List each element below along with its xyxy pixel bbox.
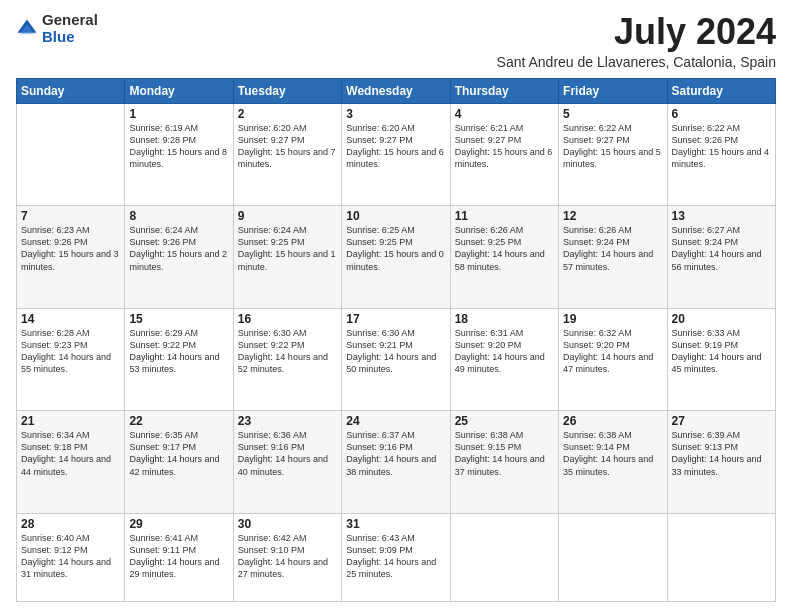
header: General Blue July 2024 Sant Andreu de Ll… [16,12,776,70]
day-info: Sunrise: 6:40 AMSunset: 9:12 PMDaylight:… [21,532,120,581]
day-number: 18 [455,312,554,326]
table-row: 26Sunrise: 6:38 AMSunset: 9:14 PMDayligh… [559,411,667,514]
day-number: 15 [129,312,228,326]
day-info: Sunrise: 6:22 AMSunset: 9:26 PMDaylight:… [672,122,771,171]
table-row: 4Sunrise: 6:21 AMSunset: 9:27 PMDaylight… [450,103,558,206]
table-row: 21Sunrise: 6:34 AMSunset: 9:18 PMDayligh… [17,411,125,514]
table-row: 8Sunrise: 6:24 AMSunset: 9:26 PMDaylight… [125,206,233,309]
day-info: Sunrise: 6:23 AMSunset: 9:26 PMDaylight:… [21,224,120,273]
day-info: Sunrise: 6:36 AMSunset: 9:16 PMDaylight:… [238,429,337,478]
day-number: 9 [238,209,337,223]
day-number: 6 [672,107,771,121]
day-number: 12 [563,209,662,223]
table-row: 16Sunrise: 6:30 AMSunset: 9:22 PMDayligh… [233,308,341,411]
table-row: 3Sunrise: 6:20 AMSunset: 9:27 PMDaylight… [342,103,450,206]
header-sunday: Sunday [17,78,125,103]
day-info: Sunrise: 6:22 AMSunset: 9:27 PMDaylight:… [563,122,662,171]
day-info: Sunrise: 6:33 AMSunset: 9:19 PMDaylight:… [672,327,771,376]
table-row: 2Sunrise: 6:20 AMSunset: 9:27 PMDaylight… [233,103,341,206]
day-info: Sunrise: 6:35 AMSunset: 9:17 PMDaylight:… [129,429,228,478]
table-row: 17Sunrise: 6:30 AMSunset: 9:21 PMDayligh… [342,308,450,411]
table-row: 11Sunrise: 6:26 AMSunset: 9:25 PMDayligh… [450,206,558,309]
day-number: 22 [129,414,228,428]
day-info: Sunrise: 6:43 AMSunset: 9:09 PMDaylight:… [346,532,445,581]
main-title: July 2024 [497,12,776,52]
day-info: Sunrise: 6:26 AMSunset: 9:24 PMDaylight:… [563,224,662,273]
day-number: 28 [21,517,120,531]
day-info: Sunrise: 6:34 AMSunset: 9:18 PMDaylight:… [21,429,120,478]
table-row: 25Sunrise: 6:38 AMSunset: 9:15 PMDayligh… [450,411,558,514]
day-info: Sunrise: 6:31 AMSunset: 9:20 PMDaylight:… [455,327,554,376]
header-wednesday: Wednesday [342,78,450,103]
logo-blue-text: Blue [42,28,75,45]
day-info: Sunrise: 6:38 AMSunset: 9:15 PMDaylight:… [455,429,554,478]
day-info: Sunrise: 6:21 AMSunset: 9:27 PMDaylight:… [455,122,554,171]
table-row [559,513,667,601]
logo: General Blue [16,12,98,45]
logo-general-text: General [42,11,98,28]
day-info: Sunrise: 6:30 AMSunset: 9:21 PMDaylight:… [346,327,445,376]
day-number: 16 [238,312,337,326]
day-number: 23 [238,414,337,428]
day-info: Sunrise: 6:41 AMSunset: 9:11 PMDaylight:… [129,532,228,581]
day-number: 7 [21,209,120,223]
header-saturday: Saturday [667,78,775,103]
day-number: 25 [455,414,554,428]
table-row: 7Sunrise: 6:23 AMSunset: 9:26 PMDaylight… [17,206,125,309]
header-tuesday: Tuesday [233,78,341,103]
day-number: 24 [346,414,445,428]
table-row: 14Sunrise: 6:28 AMSunset: 9:23 PMDayligh… [17,308,125,411]
day-number: 14 [21,312,120,326]
calendar-week-4: 21Sunrise: 6:34 AMSunset: 9:18 PMDayligh… [17,411,776,514]
table-row: 27Sunrise: 6:39 AMSunset: 9:13 PMDayligh… [667,411,775,514]
day-info: Sunrise: 6:25 AMSunset: 9:25 PMDaylight:… [346,224,445,273]
table-row: 23Sunrise: 6:36 AMSunset: 9:16 PMDayligh… [233,411,341,514]
day-number: 1 [129,107,228,121]
day-info: Sunrise: 6:20 AMSunset: 9:27 PMDaylight:… [238,122,337,171]
day-info: Sunrise: 6:38 AMSunset: 9:14 PMDaylight:… [563,429,662,478]
day-info: Sunrise: 6:32 AMSunset: 9:20 PMDaylight:… [563,327,662,376]
logo-icon [16,18,38,40]
calendar-week-2: 7Sunrise: 6:23 AMSunset: 9:26 PMDaylight… [17,206,776,309]
day-info: Sunrise: 6:26 AMSunset: 9:25 PMDaylight:… [455,224,554,273]
table-row: 15Sunrise: 6:29 AMSunset: 9:22 PMDayligh… [125,308,233,411]
page: General Blue July 2024 Sant Andreu de Ll… [0,0,792,612]
table-row: 22Sunrise: 6:35 AMSunset: 9:17 PMDayligh… [125,411,233,514]
day-info: Sunrise: 6:29 AMSunset: 9:22 PMDaylight:… [129,327,228,376]
calendar-week-3: 14Sunrise: 6:28 AMSunset: 9:23 PMDayligh… [17,308,776,411]
day-number: 10 [346,209,445,223]
table-row: 6Sunrise: 6:22 AMSunset: 9:26 PMDaylight… [667,103,775,206]
table-row: 30Sunrise: 6:42 AMSunset: 9:10 PMDayligh… [233,513,341,601]
table-row [17,103,125,206]
header-thursday: Thursday [450,78,558,103]
table-row: 20Sunrise: 6:33 AMSunset: 9:19 PMDayligh… [667,308,775,411]
day-info: Sunrise: 6:37 AMSunset: 9:16 PMDaylight:… [346,429,445,478]
table-row: 9Sunrise: 6:24 AMSunset: 9:25 PMDaylight… [233,206,341,309]
table-row: 19Sunrise: 6:32 AMSunset: 9:20 PMDayligh… [559,308,667,411]
day-number: 30 [238,517,337,531]
table-row: 13Sunrise: 6:27 AMSunset: 9:24 PMDayligh… [667,206,775,309]
day-number: 4 [455,107,554,121]
day-number: 21 [21,414,120,428]
day-info: Sunrise: 6:24 AMSunset: 9:25 PMDaylight:… [238,224,337,273]
day-number: 26 [563,414,662,428]
calendar-table: Sunday Monday Tuesday Wednesday Thursday… [16,78,776,602]
day-number: 2 [238,107,337,121]
table-row: 24Sunrise: 6:37 AMSunset: 9:16 PMDayligh… [342,411,450,514]
day-info: Sunrise: 6:24 AMSunset: 9:26 PMDaylight:… [129,224,228,273]
table-row: 31Sunrise: 6:43 AMSunset: 9:09 PMDayligh… [342,513,450,601]
day-number: 20 [672,312,771,326]
table-row [667,513,775,601]
table-row: 29Sunrise: 6:41 AMSunset: 9:11 PMDayligh… [125,513,233,601]
day-info: Sunrise: 6:20 AMSunset: 9:27 PMDaylight:… [346,122,445,171]
day-info: Sunrise: 6:30 AMSunset: 9:22 PMDaylight:… [238,327,337,376]
day-number: 29 [129,517,228,531]
table-row: 28Sunrise: 6:40 AMSunset: 9:12 PMDayligh… [17,513,125,601]
calendar-week-1: 1Sunrise: 6:19 AMSunset: 9:28 PMDaylight… [17,103,776,206]
day-info: Sunrise: 6:39 AMSunset: 9:13 PMDaylight:… [672,429,771,478]
subtitle: Sant Andreu de Llavaneres, Catalonia, Sp… [497,54,776,70]
header-friday: Friday [559,78,667,103]
table-row: 12Sunrise: 6:26 AMSunset: 9:24 PMDayligh… [559,206,667,309]
calendar-week-5: 28Sunrise: 6:40 AMSunset: 9:12 PMDayligh… [17,513,776,601]
day-number: 5 [563,107,662,121]
